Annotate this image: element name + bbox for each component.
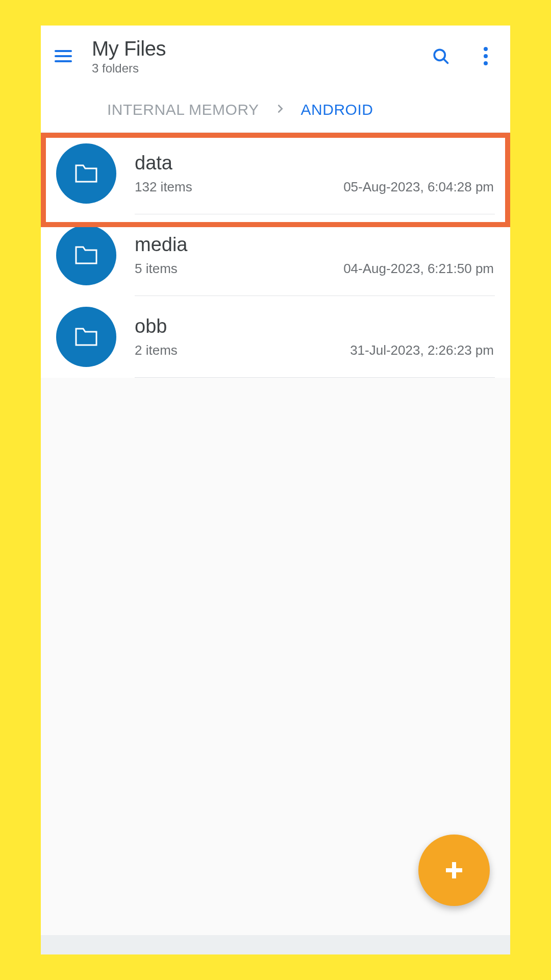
appbar: My Files 3 folders — [41, 26, 510, 87]
folder-icon — [56, 307, 116, 367]
breadcrumb-item-internal-memory[interactable]: INTERNAL MEMORY — [107, 101, 259, 118]
search-button[interactable] — [427, 42, 455, 70]
title-block: My Files 3 folders — [92, 37, 410, 76]
folder-name: media — [135, 234, 494, 256]
add-button[interactable] — [418, 835, 490, 906]
more-vert-icon — [484, 47, 488, 65]
plus-icon — [442, 858, 466, 883]
folder-date: 04-Aug-2023, 6:21:50 pm — [343, 261, 494, 277]
folder-row-obb[interactable]: obb 2 items 31-Jul-2023, 2:26:23 pm — [41, 296, 510, 378]
hamburger-icon — [53, 46, 73, 66]
menu-button[interactable] — [51, 44, 76, 68]
folder-name: data — [135, 152, 494, 174]
folder-icon — [56, 143, 116, 204]
nav-bar-placeholder — [41, 935, 510, 954]
app-frame: My Files 3 folders INTERNAL MEMORY ANDRO… — [41, 26, 510, 954]
folder-items-count: 2 items — [135, 342, 178, 358]
folder-date: 31-Jul-2023, 2:26:23 pm — [350, 342, 494, 358]
folder-row-data[interactable]: data 132 items 05-Aug-2023, 6:04:28 pm — [41, 133, 510, 214]
page-title: My Files — [92, 37, 410, 60]
search-icon — [432, 47, 450, 65]
breadcrumb: INTERNAL MEMORY ANDROID — [41, 87, 510, 133]
breadcrumb-item-android[interactable]: ANDROID — [301, 101, 373, 118]
folder-name: obb — [135, 315, 494, 337]
svg-line-1 — [444, 59, 448, 63]
folder-icon — [56, 225, 116, 285]
chevron-right-icon — [274, 103, 286, 116]
folder-date: 05-Aug-2023, 6:04:28 pm — [343, 179, 494, 195]
folder-items-count: 5 items — [135, 261, 178, 277]
more-button[interactable] — [471, 42, 500, 70]
page-subtitle: 3 folders — [92, 61, 410, 76]
folder-list: data 132 items 05-Aug-2023, 6:04:28 pm m… — [41, 133, 510, 378]
folder-row-media[interactable]: media 5 items 04-Aug-2023, 6:21:50 pm — [41, 214, 510, 296]
folder-items-count: 132 items — [135, 179, 192, 195]
